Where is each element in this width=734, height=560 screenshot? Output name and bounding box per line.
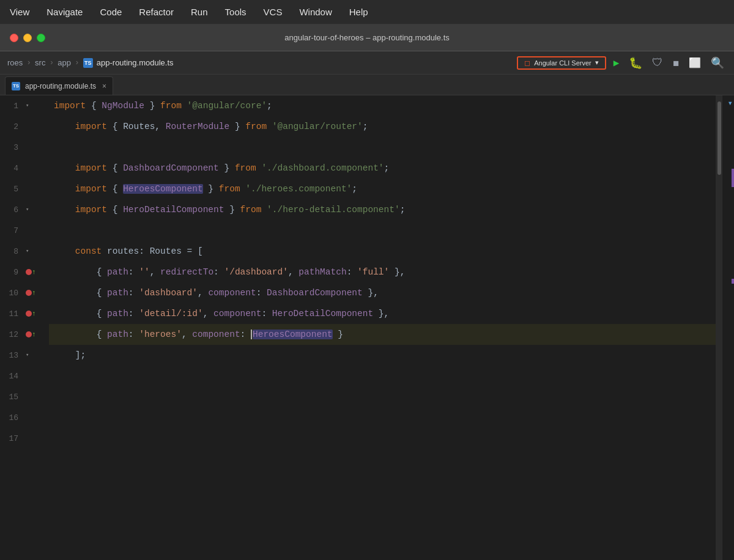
code-line-8: const routes: Routes = [: [49, 241, 722, 262]
breakpoint-12[interactable]: ↑: [26, 331, 36, 338]
code-line-4: import { DashboardComponent } from './da…: [49, 158, 722, 179]
kw-import-2: import: [75, 122, 107, 131]
gutter-line-10: 10 ↑: [0, 282, 49, 303]
line-num-5: 5: [0, 185, 23, 194]
code-line-9: { path : '' , redirectTo : '/dashboard' …: [49, 262, 722, 282]
gutter-icons-6: ▾: [23, 207, 49, 213]
plain-9b: :: [128, 267, 139, 277]
gutter-line-11: 11 ↑: [0, 303, 49, 324]
menu-refactor[interactable]: Refactor: [139, 7, 174, 17]
code-line-5: import { HeroesComponent } from './heroe…: [49, 179, 722, 199]
gutter-line-15: 15: [0, 386, 49, 407]
debug-button[interactable]: 🐛: [626, 55, 645, 71]
line-num-4: 4: [0, 164, 23, 173]
scrollbar-thumb[interactable]: [717, 101, 721, 175]
gutter-icons-9: ↑: [23, 269, 49, 276]
tab-close-button[interactable]: ×: [102, 82, 106, 90]
plain-9f: :: [347, 267, 357, 277]
menu-help[interactable]: Help: [349, 7, 368, 17]
str-2: '@angular/router': [272, 122, 363, 131]
breakpoint-11[interactable]: ↑: [26, 311, 36, 317]
menu-view[interactable]: View: [10, 7, 29, 17]
plain-5c: [240, 184, 246, 194]
line-num-8: 8: [0, 247, 23, 256]
breadcrumb-roes-label: roes: [7, 58, 23, 67]
breakpoint-9[interactable]: ↑: [26, 269, 36, 276]
prop-redirect: redirectTo: [160, 267, 213, 277]
plain-12a: {: [97, 330, 107, 339]
maximize-button[interactable]: [37, 34, 45, 42]
str-detail: 'detail/:id': [139, 309, 202, 319]
gutter-line-4: 4: [0, 158, 49, 179]
breadcrumb-src[interactable]: src: [35, 58, 45, 67]
plain-4d: ;: [384, 163, 390, 173]
run-button[interactable]: ▶: [611, 56, 622, 70]
ng-herodetail-11: HeroDetailComponent: [272, 309, 373, 319]
search-button[interactable]: 🔍: [708, 55, 727, 71]
breadcrumb-roes[interactable]: roes: [7, 58, 23, 67]
fold-icon-1[interactable]: ▾: [26, 103, 29, 109]
gutter-line-12: 12 ↑: [0, 324, 49, 345]
gutter-line-16: 16: [0, 407, 49, 428]
line-num-13: 13: [0, 351, 23, 360]
str-6: './hero-detail.component': [267, 205, 400, 215]
kw-import-5: import: [75, 184, 107, 194]
code-line-7: [49, 220, 722, 241]
ng-module: NgModule: [102, 101, 144, 111]
breadcrumb-sep-1: ›: [26, 58, 31, 67]
plain-11e: },: [373, 309, 389, 319]
prop-path-9: path: [107, 267, 128, 277]
prop-pathmatch: pathMatch: [298, 267, 346, 277]
tab-filename: app-routing.module.ts: [25, 82, 96, 90]
plain-6c: [261, 205, 267, 215]
fold-icon-13[interactable]: ▾: [26, 353, 29, 358]
scrollbar-track[interactable]: [716, 95, 722, 560]
plain-1a: {: [86, 101, 102, 111]
from-6: from: [240, 205, 262, 215]
line-num-2: 2: [0, 122, 23, 131]
coverage-button[interactable]: 🛡: [650, 55, 665, 70]
angular-icon: ◻: [524, 59, 530, 67]
plain-6a: {: [107, 205, 123, 215]
plain-11b: :: [128, 309, 139, 319]
line-num-11: 11: [0, 309, 23, 319]
breadcrumb-sep-3: ›: [75, 58, 80, 67]
breadcrumb-app[interactable]: app: [57, 58, 71, 67]
tab-app-routing[interactable]: TS app-routing.module.ts ×: [5, 76, 113, 95]
scroll-indicator: ▾: [728, 98, 733, 108]
right-gutter: ▾: [722, 95, 734, 560]
line-num-10: 10: [0, 289, 23, 298]
code-line-16: [49, 407, 722, 428]
menu-run[interactable]: Run: [191, 7, 208, 17]
minimize-button[interactable]: [23, 34, 32, 42]
gutter-icons-13: ▾: [23, 353, 49, 358]
menu-navigate[interactable]: Navigate: [46, 7, 83, 17]
code-line-6: import { HeroDetailComponent } from './h…: [49, 199, 722, 220]
line-num-6: 6: [0, 205, 23, 215]
breakpoint-10[interactable]: ↑: [26, 290, 36, 297]
breadcrumb-file[interactable]: TS app-routing.module.ts: [83, 58, 174, 68]
fold-icon-8[interactable]: ▾: [26, 249, 29, 254]
fold-icon-6[interactable]: ▾: [26, 207, 29, 213]
str-heroes-12: 'heroes': [139, 330, 182, 339]
expand-button[interactable]: ⬜: [686, 56, 703, 70]
menu-window[interactable]: Window: [299, 7, 332, 17]
angular-server-badge[interactable]: ◻ Angular CLI Server ▾: [517, 56, 606, 70]
menu-vcs[interactable]: VCS: [264, 7, 283, 17]
close-button[interactable]: [10, 34, 18, 42]
code-area[interactable]: import { NgModule } from '@angular/core'…: [49, 95, 722, 560]
plain-10d: :: [256, 288, 267, 298]
dropdown-arrow-icon[interactable]: ▾: [595, 59, 599, 67]
code-line-10: { path : 'dashboard' , component : Dashb…: [49, 282, 722, 303]
stop-button[interactable]: ◼: [670, 56, 681, 70]
line-num-7: 7: [0, 226, 23, 235]
line-num-15: 15: [0, 392, 23, 402]
code-line-12: { path : 'heroes' , component : HeroesCo…: [49, 324, 722, 345]
plain-2b: ,: [155, 122, 165, 131]
line-num-9: 9: [0, 268, 23, 277]
menu-code[interactable]: Code: [100, 7, 122, 17]
plain-8a: routes:: [102, 246, 149, 256]
menu-tools[interactable]: Tools: [225, 7, 247, 17]
code-line-11: { path : 'detail/:id' , component : Hero…: [49, 303, 722, 324]
str-dashboard: 'dashboard': [139, 288, 198, 298]
